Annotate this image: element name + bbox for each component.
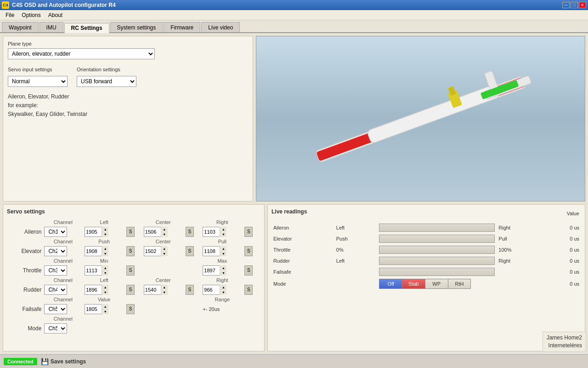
elevator-pull-s[interactable]: S: [244, 246, 253, 256]
elevator-pull-input[interactable]: ▲ ▼: [203, 246, 226, 256]
aileron-center-s[interactable]: S: [186, 227, 194, 237]
mode-stab-button[interactable]: Stab: [402, 279, 425, 288]
live-readings-panel: Live readings Value Aileron Left Right 0…: [267, 204, 585, 352]
rudder-center-up[interactable]: ▲: [161, 285, 168, 290]
aileron-left-down[interactable]: ▼: [102, 232, 108, 237]
rudder-left-down[interactable]: ▼: [102, 290, 108, 295]
throttle-max-field[interactable]: [203, 267, 220, 274]
aileron-right-up[interactable]: ▲: [220, 227, 226, 232]
rudder-right-up[interactable]: ▲: [220, 285, 226, 290]
aileron-right-s[interactable]: S: [244, 227, 253, 237]
rudder-left-up[interactable]: ▲: [102, 285, 108, 290]
aileron-center-down[interactable]: ▼: [161, 232, 168, 237]
elevator-center-down[interactable]: ▼: [161, 251, 168, 256]
tab-firmware[interactable]: Firmware: [164, 22, 200, 32]
failsafe-value-field[interactable]: [85, 306, 102, 312]
orientation-select[interactable]: USB forward USB back USB left USB right: [77, 76, 136, 87]
aileron-center-spin[interactable]: ▲ ▼: [161, 227, 168, 237]
aileron-right-input[interactable]: ▲ ▼: [203, 227, 226, 237]
minimize-button[interactable]: ─: [562, 2, 570, 8]
rudder-right-input[interactable]: ▲ ▼: [203, 285, 226, 295]
aileron-left-input[interactable]: ▲ ▼: [85, 227, 108, 237]
aileron-left-s[interactable]: S: [126, 227, 135, 237]
rudder-left-spin[interactable]: ▲ ▼: [102, 285, 108, 295]
elevator-push-s[interactable]: S: [126, 246, 135, 256]
throttle-min-field[interactable]: [85, 267, 102, 274]
failsafe-value-s[interactable]: S: [126, 304, 135, 314]
menu-about[interactable]: About: [45, 11, 66, 19]
rudder-center-down[interactable]: ▼: [161, 290, 168, 295]
aileron-right-spin[interactable]: ▲ ▼: [220, 227, 226, 237]
mode-channel-select[interactable]: Ch5: [44, 323, 67, 334]
aileron-center-field[interactable]: [144, 229, 161, 235]
throttle-min-spin[interactable]: ▲ ▼: [102, 265, 108, 276]
plane-type-select[interactable]: Aileron, elevator, rudder Flying wing V-…: [8, 48, 155, 59]
aileron-left-field[interactable]: [85, 229, 102, 235]
tab-system-settings[interactable]: System settings: [110, 22, 163, 32]
elevator-pull-down[interactable]: ▼: [220, 251, 226, 256]
rudder-channel-select[interactable]: Ch4: [44, 285, 67, 295]
throttle-max-s[interactable]: S: [244, 265, 253, 276]
throttle-channel-select[interactable]: Ch3: [44, 265, 67, 276]
rudder-left-field[interactable]: [85, 287, 102, 293]
servo-input-select[interactable]: Normal Reversed Custom: [8, 76, 68, 87]
failsafe-channel-select[interactable]: Ch5: [44, 304, 67, 314]
elevator-center-input[interactable]: ▲ ▼: [144, 246, 168, 256]
save-settings-button[interactable]: 💾 Save settings: [41, 358, 86, 365]
rudder-center-input[interactable]: ▲ ▼: [144, 285, 168, 295]
aileron-left-up[interactable]: ▲: [102, 227, 108, 232]
elevator-channel-select[interactable]: Ch2: [44, 246, 67, 256]
failsafe-value-input[interactable]: ▲ ▼: [85, 304, 108, 314]
elevator-push-field[interactable]: [85, 248, 102, 254]
tab-rc-settings[interactable]: RC Settings: [64, 23, 109, 33]
throttle-min-up[interactable]: ▲: [102, 265, 108, 270]
failsafe-value-spin[interactable]: ▲ ▼: [102, 304, 108, 314]
tab-imu[interactable]: IMU: [40, 22, 63, 32]
tab-waypoint[interactable]: Waypoint: [2, 22, 39, 32]
elevator-pull-field[interactable]: [203, 248, 220, 254]
throttle-max-input[interactable]: ▲ ▼: [203, 265, 226, 276]
throttle-max-down[interactable]: ▼: [220, 270, 226, 276]
mode-off-button[interactable]: Off: [379, 279, 402, 288]
throttle-min-down[interactable]: ▼: [102, 270, 108, 276]
live-elevator-push-label: Push: [334, 233, 378, 244]
failsafe-value-down[interactable]: ▼: [102, 309, 108, 314]
aileron-channel-select[interactable]: Ch1: [44, 227, 67, 237]
rudder-right-spin[interactable]: ▲ ▼: [220, 285, 226, 295]
aileron-right-field[interactable]: [203, 229, 220, 235]
aileron-center-input[interactable]: ▲ ▼: [144, 227, 168, 237]
elevator-push-spin[interactable]: ▲ ▼: [102, 246, 108, 256]
aileron-right-down[interactable]: ▼: [220, 232, 226, 237]
elevator-center-s[interactable]: S: [186, 246, 194, 256]
rudder-right-down[interactable]: ▼: [220, 290, 226, 295]
elevator-push-down[interactable]: ▼: [102, 251, 108, 256]
aileron-center-up[interactable]: ▲: [161, 227, 168, 232]
throttle-min-input[interactable]: ▲ ▼: [85, 265, 108, 276]
elevator-center-field[interactable]: [144, 248, 161, 254]
close-button[interactable]: ✕: [579, 2, 586, 8]
throttle-min-s[interactable]: S: [126, 265, 135, 276]
rudder-center-field[interactable]: [144, 287, 161, 293]
rudder-right-field[interactable]: [203, 287, 220, 293]
elevator-center-up[interactable]: ▲: [161, 246, 168, 251]
menu-file[interactable]: File: [2, 11, 18, 19]
elevator-pull-up[interactable]: ▲: [220, 246, 226, 251]
mode-wp-button[interactable]: WP: [425, 279, 448, 288]
elevator-pull-spin[interactable]: ▲ ▼: [220, 246, 226, 256]
rudder-center-s[interactable]: S: [186, 285, 194, 295]
failsafe-value-up[interactable]: ▲: [102, 304, 108, 309]
rudder-center-spin[interactable]: ▲ ▼: [161, 285, 168, 295]
mode-rth-button[interactable]: RtH: [448, 279, 471, 288]
maximize-button[interactable]: □: [571, 2, 578, 8]
throttle-max-up[interactable]: ▲: [220, 265, 226, 270]
elevator-push-up[interactable]: ▲: [102, 246, 108, 251]
menu-options[interactable]: Options: [18, 11, 44, 19]
aileron-left-spin[interactable]: ▲ ▼: [102, 227, 108, 237]
elevator-push-input[interactable]: ▲ ▼: [85, 246, 108, 256]
elevator-center-spin[interactable]: ▲ ▼: [161, 246, 168, 256]
rudder-right-s[interactable]: S: [244, 285, 253, 295]
rudder-left-input[interactable]: ▲ ▼: [85, 285, 108, 295]
throttle-max-spin[interactable]: ▲ ▼: [220, 265, 226, 276]
rudder-left-s[interactable]: S: [126, 285, 135, 295]
tab-live-video[interactable]: Live video: [201, 22, 240, 32]
